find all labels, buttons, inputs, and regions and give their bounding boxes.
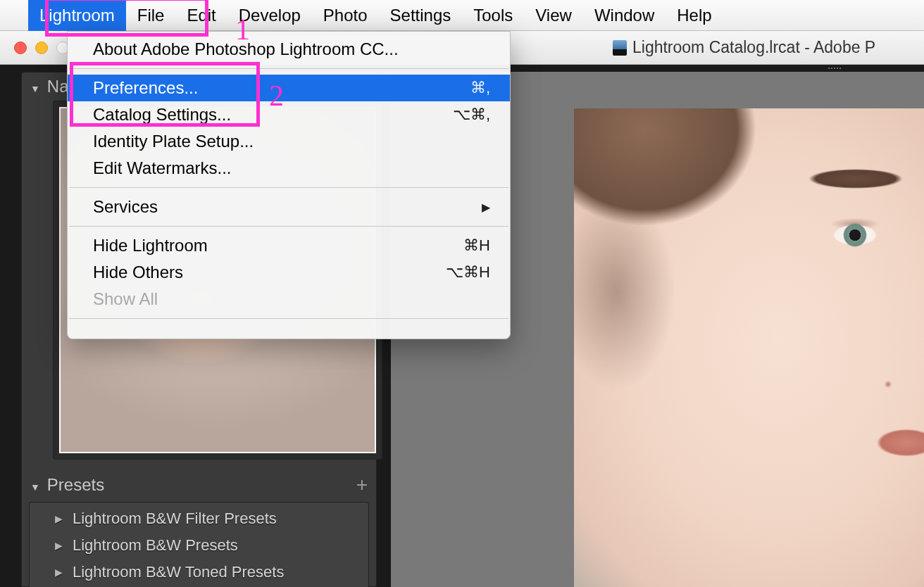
menu-item-label: Services xyxy=(93,197,158,217)
menu-item-label: Show All xyxy=(93,289,158,309)
window-title: Lightroom Catalog.lrcat - Adobe P xyxy=(613,38,875,57)
menu-item-label: About Adobe Photoshop Lightroom CC... xyxy=(93,39,399,59)
menubar-item-edit[interactable]: Edit xyxy=(175,0,227,31)
disclosure-triangle-icon: ▶ xyxy=(55,540,63,551)
menu-item-identity-plate[interactable]: Identity Plate Setup... xyxy=(68,128,510,155)
window-title-text: Lightroom Catalog.lrcat - Adobe P xyxy=(632,38,875,57)
submenu-arrow-icon: ▶ xyxy=(482,201,490,214)
menu-item-hide-others[interactable]: Hide Others ⌥⌘H xyxy=(68,259,510,286)
menubar-item-lightroom[interactable]: Lightroom xyxy=(28,0,126,31)
window-close-button[interactable] xyxy=(14,42,27,54)
disclosure-triangle-icon: ▼ xyxy=(30,481,40,493)
preset-folder[interactable]: ▶ Lightroom B&W Toned Presets xyxy=(30,559,368,586)
menu-item-label: Preferences... xyxy=(93,78,198,98)
menu-item-label: Hide Lightroom xyxy=(93,236,208,255)
menubar-item-file[interactable]: File xyxy=(126,0,176,31)
menu-item-catalog-settings[interactable]: Catalog Settings... ⌥⌘, xyxy=(68,101,510,128)
menu-item-shortcut: ⌘H xyxy=(463,236,490,255)
preset-folder[interactable]: ▶ Lightroom B&W Presets xyxy=(30,532,368,559)
presets-list: ▶ Lightroom B&W Filter Presets ▶ Lightro… xyxy=(29,502,369,587)
menu-item-preferences[interactable]: Preferences... ⌘, xyxy=(68,75,510,101)
preset-label: Lightroom B&W Filter Presets xyxy=(73,510,277,528)
add-preset-icon[interactable]: + xyxy=(356,474,368,496)
window-minimize-button[interactable] xyxy=(35,42,48,54)
menubar-item-tools[interactable]: Tools xyxy=(462,0,524,31)
menu-item-label: Hide Others xyxy=(93,263,183,282)
traffic-lights xyxy=(0,42,69,54)
presets-header-label: Presets xyxy=(47,475,104,494)
menubar-item-develop[interactable]: Develop xyxy=(227,0,312,31)
menubar-item-photo[interactable]: Photo xyxy=(312,0,379,31)
menubar-item-view[interactable]: View xyxy=(524,0,583,31)
menu-item-quit[interactable] xyxy=(68,324,510,332)
disclosure-triangle-icon: ▶ xyxy=(55,567,63,578)
preset-label: Lightroom B&W Presets xyxy=(73,536,238,555)
disclosure-triangle-icon: ▼ xyxy=(30,83,40,94)
menu-item-shortcut: ⌥⌘, xyxy=(453,106,490,124)
catalog-file-icon xyxy=(613,40,627,56)
preset-folder[interactable]: ▶ Lightroom B&W Filter Presets xyxy=(30,505,368,532)
menu-item-show-all: Show All xyxy=(68,286,510,313)
menu-item-label: Edit Watermarks... xyxy=(93,158,231,178)
disclosure-triangle-icon: ▶ xyxy=(55,513,63,524)
menu-item-about[interactable]: About Adobe Photoshop Lightroom CC... xyxy=(68,36,510,63)
menubar-item-window[interactable]: Window xyxy=(583,0,666,31)
mac-menubar: Lightroom File Edit Develop Photo Settin… xyxy=(0,0,924,31)
lightroom-menu-dropdown: About Adobe Photoshop Lightroom CC... Pr… xyxy=(67,31,511,339)
presets-header[interactable]: ▼Presets + xyxy=(22,469,376,500)
menubar-item-settings[interactable]: Settings xyxy=(379,0,463,31)
menubar-item-help[interactable]: Help xyxy=(666,0,723,31)
menu-item-shortcut: ⌥⌘H xyxy=(446,263,490,282)
menu-separator xyxy=(69,68,508,69)
menu-separator xyxy=(69,226,508,227)
preset-label: Lightroom B&W Toned Presets xyxy=(73,563,284,581)
menu-separator xyxy=(69,318,508,319)
menu-item-label: Catalog Settings... xyxy=(93,105,231,125)
menu-item-hide-lightroom[interactable]: Hide Lightroom ⌘H xyxy=(68,232,510,259)
menu-item-edit-watermarks[interactable]: Edit Watermarks... xyxy=(68,155,510,182)
menu-separator xyxy=(69,187,508,188)
menu-item-services[interactable]: Services ▶ xyxy=(68,194,510,220)
menu-item-shortcut: ⌘, xyxy=(470,79,490,97)
menu-item-label: Identity Plate Setup... xyxy=(93,132,254,151)
main-photo[interactable] xyxy=(574,108,924,587)
